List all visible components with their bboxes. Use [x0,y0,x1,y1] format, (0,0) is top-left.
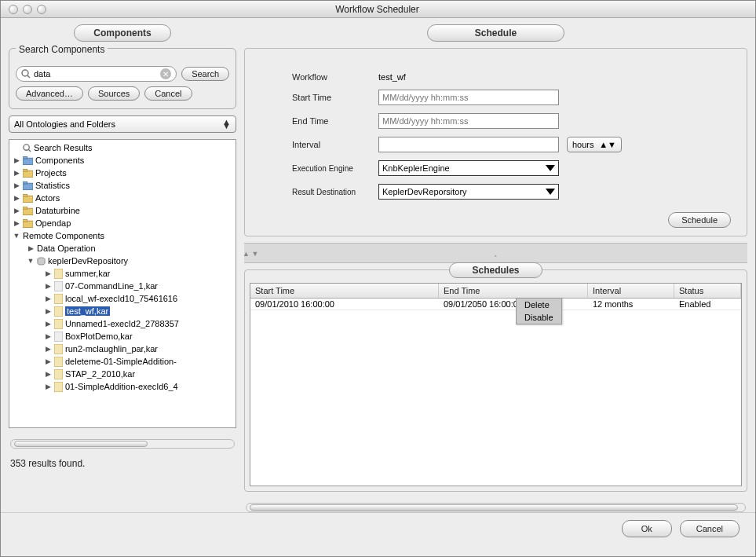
interval-input[interactable] [378,137,559,152]
interval-unit-value: hours [572,140,594,149]
tree-node[interactable]: keplerDevRepository [48,256,128,266]
svg-point-2 [24,144,29,149]
cancel-search-button[interactable]: Cancel [144,86,192,101]
tree-node[interactable]: Components [35,156,84,165]
search-input-wrapper[interactable]: ✕ [16,66,177,82]
svg-rect-23 [54,344,63,354]
svg-rect-7 [23,169,27,171]
tree-leaf[interactable]: 01-SimpleAddition-execId6_4 [65,382,178,391]
tree-node[interactable]: Search Results [34,143,93,152]
tree-node[interactable]: Statistics [35,181,70,190]
tree-leaf-selected[interactable]: test_wf,kar [65,306,110,316]
stepper-icon: ▲▼ [222,120,231,128]
start-time-input[interactable] [378,90,559,105]
cancel-button[interactable]: Cancel [680,520,740,537]
col-end[interactable]: End Time [439,284,588,298]
destination-value: KeplerDevReporsitory [382,187,467,196]
workflow-label: Workflow [292,72,378,82]
zoom-window-icon[interactable] [37,5,46,14]
chevron-down-icon [546,189,555,195]
window-title: Workflow Scheduler [46,4,708,15]
tree-leaf[interactable]: BoxPlotDemo,kar [65,332,133,341]
tree-node[interactable]: Actors [35,193,60,203]
tree-leaf[interactable]: summer,kar [65,269,110,278]
schedules-table[interactable]: Start Time End Time Interval Status 09/0… [250,283,742,486]
tree-leaf[interactable]: local_wf-execId10_75461616 [65,294,177,303]
close-window-icon[interactable] [9,5,18,14]
col-status[interactable]: Status [674,284,741,298]
results-count: 353 results found. [9,455,236,472]
tree-node[interactable]: Projects [35,168,67,178]
context-menu-disable[interactable]: Disable [517,311,561,324]
schedule-form: Workflow test_wf Start Time End Time Int… [244,48,747,236]
kar-file-icon [54,319,63,329]
dialog-footer: Ok Cancel [1,512,755,544]
kar-file-icon [54,281,63,291]
destination-label: Result Destination [292,188,378,196]
tree-leaf[interactable]: run2-mclaughlin_par,kar [65,344,158,354]
cell-status: Enabled [674,299,741,310]
destination-select[interactable]: KeplerDevReporsitory [378,184,559,200]
folder-icon [23,169,33,178]
kar-file-icon [54,369,63,379]
svg-line-1 [27,75,30,78]
svg-rect-24 [54,357,63,367]
tree-leaf[interactable]: Unnamed1-execId2_2788357 [65,319,179,328]
table-row[interactable]: 09/01/2010 16:00:00 09/01/2050 16:00:00 … [250,299,741,310]
folder-icon [23,219,33,228]
end-time-label: End Time [292,116,378,126]
stepper-icon: ▲▼ [599,140,616,149]
tree-node[interactable]: Opendap [35,218,71,228]
search-icon [23,143,31,153]
interval-unit-select[interactable]: hours ▲▼ [567,137,622,152]
tree-leaf[interactable]: STAP_2_2010,kar [65,369,135,379]
tree-node[interactable]: Data Operation [37,244,96,253]
svg-rect-9 [23,181,27,184]
expand-up-icon: ▲ ▼ [243,250,258,258]
kar-file-icon [54,357,63,367]
svg-rect-20 [54,306,63,317]
svg-rect-22 [54,332,63,342]
minimize-window-icon[interactable] [23,5,32,14]
tree-hscroll[interactable] [10,439,235,449]
search-button[interactable]: Search [181,67,229,81]
folder-icon [23,207,33,215]
splitter[interactable]: ▲ ▼ ˄ [244,243,747,263]
titlebar: Workflow Scheduler [1,1,755,18]
context-menu-delete[interactable]: Delete [517,299,561,311]
context-menu[interactable]: Delete Disable [516,298,562,324]
kar-file-icon [54,306,63,317]
engine-select[interactable]: KnbKeplerEngine [378,160,559,176]
kar-file-icon [54,382,63,392]
sources-button[interactable]: Sources [88,86,140,101]
interval-label: Interval [292,140,378,149]
clear-search-icon[interactable]: ✕ [160,68,171,79]
svg-rect-5 [23,156,27,159]
component-tree[interactable]: Search Results ▶Components ▶Projects ▶St… [9,139,236,428]
ok-button[interactable]: Ok [622,520,672,537]
svg-rect-11 [23,194,27,196]
end-time-input[interactable] [378,113,559,129]
tree-leaf[interactable]: 07-CommandLine_1,kar [65,281,158,291]
kar-file-icon [54,332,63,342]
right-hscroll[interactable] [246,503,746,512]
svg-rect-17 [54,269,63,279]
kar-file-icon [54,269,63,279]
col-start[interactable]: Start Time [250,284,439,298]
tree-leaf[interactable]: deleteme-01-SimpleAddition- [65,357,177,366]
svg-rect-15 [23,219,27,222]
tree-node[interactable]: Remote Components [23,231,104,240]
tab-schedule[interactable]: Schedule [427,24,564,42]
svg-line-3 [28,149,31,152]
ontology-combo[interactable]: All Ontologies and Folders ▲▼ [9,115,236,133]
col-interval[interactable]: Interval [588,284,674,298]
tree-node[interactable]: Dataturbine [35,206,80,215]
advanced-button[interactable]: Advanced… [16,86,83,101]
schedule-button[interactable]: Schedule [668,212,731,228]
search-input[interactable] [34,69,157,79]
folder-icon [23,156,33,165]
tab-schedules[interactable]: Schedules [449,262,542,278]
tab-components[interactable]: Components [74,24,170,42]
workflow-name: test_wf [378,72,406,82]
folder-icon [23,194,33,203]
